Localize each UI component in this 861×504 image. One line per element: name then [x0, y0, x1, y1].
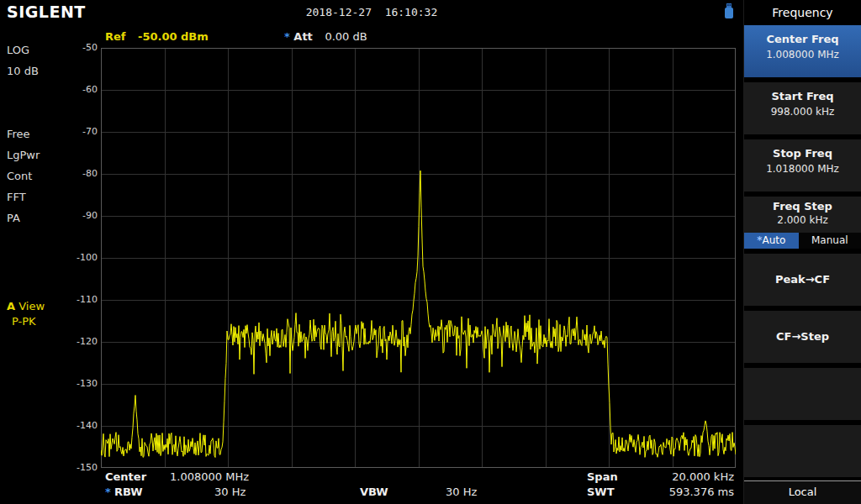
scale-per-div-label: 10 dB: [7, 65, 39, 77]
stop-freq-value: 1.018000 MHz: [744, 163, 861, 175]
y-tick-label: -140: [67, 420, 98, 431]
blank-softkey-2[interactable]: [744, 425, 861, 477]
span-value: 20.000 kHz: [672, 470, 734, 483]
y-tick-label: -80: [67, 168, 98, 179]
center-freq-button[interactable]: Center Freq 1.008000 MHz: [744, 25, 861, 77]
coupled-star-icon: *: [284, 30, 290, 43]
freq-step-auto-manual-toggle: *Auto Manual: [744, 233, 861, 249]
bottom-row-1: Center 1.008000 MHz Span 20.000 kHz: [101, 470, 736, 485]
center-freq-label: Center Freq: [744, 25, 861, 45]
start-freq-button[interactable]: Start Freq 998.000 kHz: [744, 82, 861, 134]
y-tick-label: -120: [67, 336, 98, 347]
lgpwr-status-label: LgPwr: [7, 149, 40, 161]
y-tick-label: -150: [67, 462, 98, 473]
peak-to-cf-button[interactable]: Peak→CF: [744, 254, 861, 306]
span-label: Span: [587, 470, 618, 483]
stop-freq-label: Stop Freq: [744, 139, 861, 160]
attenuation-readout: * Att 0.00 dB: [284, 30, 367, 43]
manual-option[interactable]: Manual: [799, 233, 861, 249]
trace-name-label: A: [7, 300, 15, 312]
cf-to-step-button[interactable]: CF→Step: [744, 311, 861, 363]
auto-option-label: Auto: [763, 234, 786, 246]
y-tick-label: -130: [67, 378, 98, 389]
softkey-menu: Frequency Center Freq 1.008000 MHz Start…: [743, 0, 861, 504]
trace-indicator: A View: [7, 300, 45, 312]
y-tick-label: -100: [67, 252, 98, 263]
preamp-label: PA: [7, 212, 20, 224]
graticule-and-trace: [101, 48, 736, 468]
datetime-display: 2018-12-27 16:10:32: [0, 6, 743, 18]
coupled-star-icon: *: [105, 486, 111, 498]
peak-to-cf-label: Peak→CF: [744, 254, 861, 286]
top-bar: SIGLENT 2018-12-27 16:10:32: [0, 0, 743, 24]
scale-type-label: LOG: [7, 44, 29, 56]
rbw-value: 30 Hz: [214, 486, 246, 498]
cf-to-step-label: CF→Step: [744, 311, 861, 343]
local-button[interactable]: Local: [744, 480, 861, 504]
vbw-value: 30 Hz: [446, 486, 477, 498]
swt-label: SWT: [587, 486, 615, 498]
y-tick-label: -50: [67, 42, 98, 53]
ref-label: Ref: [105, 30, 125, 43]
fft-mode-label: FFT: [7, 191, 26, 203]
swt-value: 593.376 ms: [669, 486, 734, 498]
ref-level-readout: Ref -50.00 dBm: [105, 30, 209, 43]
y-tick-label: -90: [67, 210, 98, 221]
center-label: Center: [105, 470, 146, 483]
rbw-label: RBW: [114, 486, 143, 498]
trigger-free-label: Free: [7, 128, 30, 140]
y-tick-label: -60: [67, 84, 98, 95]
y-tick-label: -110: [67, 294, 98, 305]
center-value: 1.008000 MHz: [170, 470, 249, 483]
stop-freq-button[interactable]: Stop Freq 1.018000 MHz: [744, 139, 861, 192]
start-freq-label: Start Freq: [744, 82, 861, 102]
usb-device-icon: [723, 3, 735, 24]
freq-step-value: 2.000 kHz: [744, 214, 861, 226]
menu-title: Frequency: [744, 0, 861, 25]
blank-softkey-1[interactable]: [744, 368, 861, 420]
y-tick-label: -70: [67, 126, 98, 137]
att-label: Att: [293, 30, 313, 43]
auto-option[interactable]: *Auto: [744, 233, 799, 249]
manual-option-label: Manual: [811, 234, 848, 246]
att-value: 0.00 dB: [325, 30, 367, 43]
cont-sweep-label: Cont: [7, 170, 32, 182]
freq-step-button[interactable]: Freq Step 2.000 kHz *Auto Manual: [744, 197, 861, 249]
vbw-label: VBW: [360, 486, 388, 498]
freq-step-label: Freq Step: [744, 197, 861, 213]
ref-value: -50.00 dBm: [138, 30, 209, 43]
start-freq-value: 998.000 kHz: [744, 106, 861, 118]
center-freq-value: 1.008000 MHz: [744, 49, 861, 60]
spectrum-plot: -50 -60 -70 -80 -90 -100 -110 -120 -130 …: [101, 48, 736, 468]
bottom-row-2: * RBW 30 Hz VBW 30 Hz SWT 593.376 ms: [101, 486, 736, 500]
detector-label: P-PK: [12, 315, 36, 328]
trace-mode-label: View: [18, 300, 45, 312]
